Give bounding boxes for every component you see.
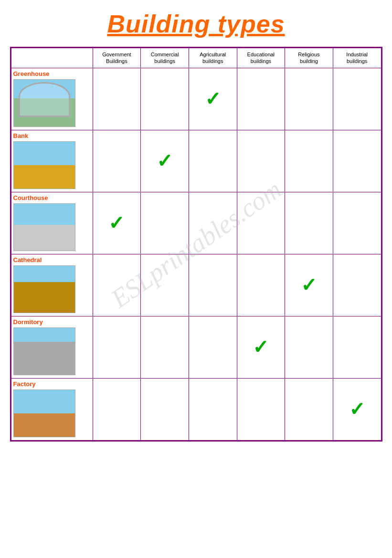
checkmark-r5-c5: ✓ bbox=[349, 399, 365, 420]
check-cell-r0-c5 bbox=[333, 68, 381, 130]
check-cell-r0-c4 bbox=[285, 68, 333, 130]
row-label-cell-5: Factory bbox=[11, 378, 93, 440]
check-cell-r5-c4 bbox=[285, 378, 333, 440]
check-cell-r4-c2 bbox=[189, 316, 237, 378]
table-row: Bank✓ bbox=[11, 130, 381, 192]
table-row: Factory✓ bbox=[11, 378, 381, 440]
building-name-4: Dormitory bbox=[13, 318, 91, 326]
check-cell-r0-c0 bbox=[93, 68, 141, 130]
table-header-row: GovernmentBuildings Commercialbuildings … bbox=[11, 48, 381, 68]
check-cell-r2-c0: ✓ bbox=[93, 192, 141, 254]
check-cell-r3-c0 bbox=[93, 254, 141, 316]
check-cell-r1-c5 bbox=[333, 130, 381, 192]
table-row: Cathedral✓ bbox=[11, 254, 381, 316]
building-image-1 bbox=[13, 141, 75, 189]
checkmark-r0-c2: ✓ bbox=[205, 88, 221, 109]
check-cell-r3-c2 bbox=[189, 254, 237, 316]
table-row: Courthouse✓ bbox=[11, 192, 381, 254]
check-cell-r3-c3 bbox=[237, 254, 285, 316]
checkmark-r3-c4: ✓ bbox=[301, 274, 317, 295]
check-cell-r2-c5 bbox=[333, 192, 381, 254]
header-col0 bbox=[11, 48, 93, 68]
check-cell-r5-c0 bbox=[93, 378, 141, 440]
checkmark-r4-c3: ✓ bbox=[253, 337, 269, 358]
checkmark-r1-c1: ✓ bbox=[157, 150, 173, 171]
check-cell-r1-c1: ✓ bbox=[141, 130, 189, 192]
check-cell-r3-c1 bbox=[141, 254, 189, 316]
check-cell-r5-c2 bbox=[189, 378, 237, 440]
building-name-2: Courthouse bbox=[13, 194, 91, 201]
checkmark-r2-c0: ✓ bbox=[108, 212, 125, 233]
building-image-0 bbox=[13, 79, 75, 127]
main-table-wrapper: ESLprintables.com GovernmentBuildings Co… bbox=[10, 47, 382, 442]
header-col2: Commercialbuildings bbox=[141, 48, 189, 68]
header-col5: Religiousbuilding bbox=[285, 48, 333, 68]
check-cell-r5-c1 bbox=[141, 378, 189, 440]
building-image-2 bbox=[13, 203, 75, 251]
building-image-4 bbox=[13, 327, 75, 375]
building-types-table: GovernmentBuildings Commercialbuildings … bbox=[11, 48, 381, 441]
row-label-cell-4: Dormitory bbox=[11, 316, 93, 378]
header-col6: Industrialbuildings bbox=[333, 48, 381, 68]
header-col4: Educationalbuildings bbox=[237, 48, 285, 68]
check-cell-r0-c3 bbox=[237, 68, 285, 130]
page-title: Building types bbox=[107, 10, 285, 38]
table-row: Dormitory✓ bbox=[11, 316, 381, 378]
check-cell-r1-c3 bbox=[237, 130, 285, 192]
check-cell-r5-c3 bbox=[237, 378, 285, 440]
row-label-cell-3: Cathedral bbox=[11, 254, 93, 316]
row-label-cell-0: Greenhouse bbox=[11, 68, 93, 130]
row-label-cell-1: Bank bbox=[11, 130, 93, 192]
check-cell-r4-c0 bbox=[93, 316, 141, 378]
building-name-0: Greenhouse bbox=[13, 70, 91, 77]
building-name-5: Factory bbox=[13, 380, 91, 388]
check-cell-r4-c4 bbox=[285, 316, 333, 378]
header-col1: GovernmentBuildings bbox=[93, 48, 141, 68]
building-image-5 bbox=[13, 390, 75, 437]
check-cell-r3-c5 bbox=[333, 254, 381, 316]
building-name-1: Bank bbox=[13, 132, 91, 139]
check-cell-r2-c4 bbox=[285, 192, 333, 254]
check-cell-r4-c1 bbox=[141, 316, 189, 378]
check-cell-r1-c0 bbox=[93, 130, 141, 192]
check-cell-r4-c5 bbox=[333, 316, 381, 378]
check-cell-r0-c1 bbox=[141, 68, 189, 130]
check-cell-r2-c3 bbox=[237, 192, 285, 254]
check-cell-r2-c2 bbox=[189, 192, 237, 254]
check-cell-r2-c1 bbox=[141, 192, 189, 254]
building-name-3: Cathedral bbox=[13, 256, 91, 263]
table-row: Greenhouse✓ bbox=[11, 68, 381, 130]
row-label-cell-2: Courthouse bbox=[11, 192, 93, 254]
table-body: Greenhouse✓Bank✓Courthouse✓Cathedral✓Dor… bbox=[11, 68, 381, 440]
check-cell-r3-c4: ✓ bbox=[285, 254, 333, 316]
check-cell-r0-c2: ✓ bbox=[189, 68, 237, 130]
check-cell-r5-c5: ✓ bbox=[333, 378, 381, 440]
check-cell-r1-c2 bbox=[189, 130, 237, 192]
header-col3: Agriculturalbuildings bbox=[189, 48, 237, 68]
building-image-3 bbox=[13, 265, 75, 313]
check-cell-r1-c4 bbox=[285, 130, 333, 192]
check-cell-r4-c3: ✓ bbox=[237, 316, 285, 378]
